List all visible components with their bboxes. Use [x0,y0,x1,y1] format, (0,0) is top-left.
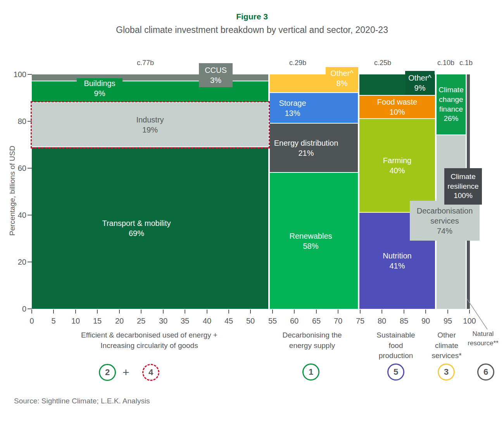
category-label-sustainable-food: Sustainable food production [369,330,423,361]
x-tick-label: 55 [268,317,277,326]
x-tick-mark [294,310,295,313]
x-tick-label: 10 [71,317,80,326]
ccus-callout: CCUS3% [199,63,233,87]
segment-pct: 21% [274,148,338,158]
callout-label: Buildings [84,78,115,88]
segment-pct: 58% [289,241,332,251]
x-tick-mark [316,310,317,313]
y-tick-mark [28,262,32,262]
column-total-c1b: c.1b [459,59,473,67]
badge-plus-sign: + [123,366,129,379]
callout-label: CCUS [205,65,227,75]
segment-label: Food waste [377,97,417,107]
y-tick-mark [28,168,32,169]
industry-highlight-dashed-box [31,101,270,148]
x-tick-mark [338,310,338,313]
segment-pct: 26% [437,114,466,124]
callout-pct: 100% [444,191,482,201]
segment-storage: Storage13% [270,93,358,123]
x-tick-label: 5 [51,317,55,326]
segment-label: Storage [279,98,306,108]
climate-resilience-callout: Climate resilience100% [444,168,482,205]
segment-energy-distribution: Energy distribution21% [270,124,358,172]
segment-pct: 40% [383,165,411,176]
badge-5: 5 [387,363,404,381]
x-tick-mark [250,310,251,313]
segment-label: Nutrition [383,251,411,261]
segment-ccus [32,74,268,81]
other-energy-callout: Other^8% [326,67,358,89]
y-tick-label: 40 [9,211,26,220]
figure-label: Figure 3 [0,12,504,21]
x-tick-label: 70 [334,317,342,326]
callout-pct: 74% [410,226,480,236]
badge-2: 2 [99,364,116,381]
callout-label: Other^ [408,73,431,83]
badge-1: 1 [302,363,319,381]
segment-climate-change-finance: Climate change finance26% [437,74,466,134]
segment-pct: 13% [279,108,306,118]
natural-resource-leader-line [463,294,494,332]
x-tick-label: 40 [203,317,211,326]
callout-pct: 3% [205,75,227,85]
x-tick-label: 90 [421,317,430,326]
badge-6: 6 [477,363,494,381]
segment-pct: 10% [377,107,417,117]
column-total-c10b: c.10b [437,59,454,67]
x-tick-label: 80 [378,317,386,326]
callout-label: Decarbonisation services [410,206,480,226]
x-tick-label: 85 [400,317,408,326]
segment-pct: 41% [383,261,411,271]
x-tick-mark [207,310,207,313]
category-label-efficient-energy: Efficient & decarbonised used of energy … [64,330,235,351]
x-tick-mark [228,310,229,313]
segment-renewables: Renewables58% [270,173,358,309]
callout-pct: 8% [330,78,353,88]
x-tick-mark [404,310,404,313]
buildings-callout: Buildings9% [77,78,123,98]
x-tick-label: 60 [290,317,299,326]
x-tick-mark [447,310,448,313]
source-note: Source: Sightline Climate; L.E.K. Analys… [14,397,150,405]
figure-3-marimekko-chart: Figure 3 Global climate investment break… [0,0,504,422]
y-tick-label: 80 [9,117,26,126]
x-tick-mark [53,310,54,313]
segment-farming: Farming40% [359,119,435,212]
segment-label: Renewables [289,231,332,241]
x-tick-mark [185,310,185,313]
segment-label: Energy distribution [274,138,338,148]
y-tick-label: 0 [9,305,26,313]
x-tick-label: 20 [115,317,124,326]
x-tick-label: 30 [159,317,167,326]
callout-label: Other^ [330,68,353,78]
x-tick-label: 25 [137,317,145,326]
y-tick-mark [28,74,32,75]
x-tick-label: 75 [356,317,364,326]
column-total-c77b: c.77b [137,59,154,67]
segment-label: Climate change finance [437,85,466,114]
x-tick-mark [163,310,164,313]
segment-food-waste: Food waste10% [359,96,435,118]
segment-label: Farming [383,155,411,165]
y-tick-mark [28,308,32,309]
x-tick-label: 95 [444,317,452,326]
x-tick-mark [119,310,120,313]
x-tick-mark [31,310,32,313]
callout-pct: 9% [84,88,115,98]
segment-pct: 69% [102,228,171,238]
x-tick-mark [75,310,76,313]
x-tick-label: 65 [312,317,321,326]
segment-label: Transport & mobility [102,218,171,228]
y-tick-label: 100 [9,70,26,79]
badge-4-dashed: 4 [142,364,159,381]
decarbonisation-services-callout: Decarbonisation services74% [410,201,480,241]
x-tick-mark [272,310,273,313]
other-food-callout: Other^9% [405,71,435,95]
x-tick-mark [97,310,98,313]
x-tick-label: 15 [93,317,102,326]
x-tick-mark [360,310,361,313]
segment-transport-mobility: Transport & mobility69% [32,147,268,309]
y-tick-label: 60 [9,164,26,173]
y-axis-title: Percentage, billions of USD [8,117,17,264]
x-tick-label: 0 [29,317,34,326]
